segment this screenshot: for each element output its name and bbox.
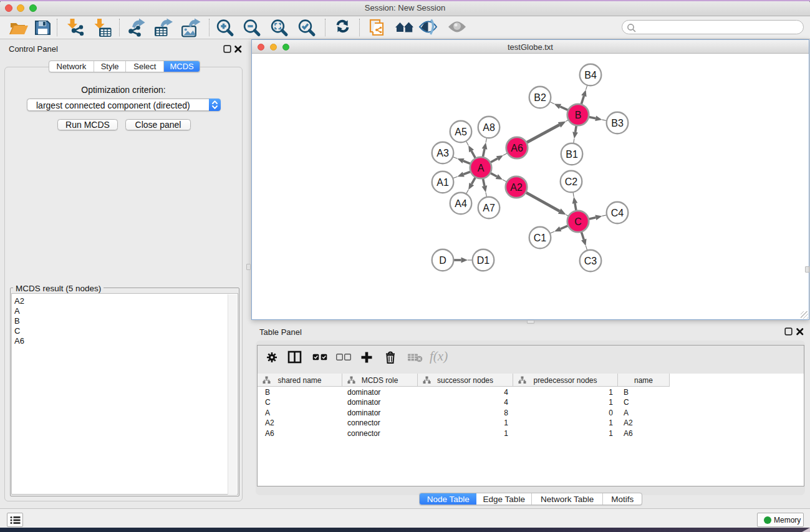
svg-text:D: D bbox=[439, 255, 446, 266]
svg-text:D1: D1 bbox=[477, 255, 490, 266]
svg-text:C1: C1 bbox=[534, 233, 547, 243]
svg-text:A6: A6 bbox=[511, 143, 523, 153]
svg-text:B2: B2 bbox=[534, 92, 546, 103]
svg-text:B4: B4 bbox=[584, 70, 597, 80]
svg-text:A: A bbox=[478, 163, 485, 173]
svg-text:C: C bbox=[574, 216, 582, 227]
svg-text:A5: A5 bbox=[455, 127, 467, 137]
svg-text:A4: A4 bbox=[455, 198, 467, 209]
svg-text:A3: A3 bbox=[436, 148, 449, 158]
svg-text:A1: A1 bbox=[436, 177, 449, 188]
svg-text:A2: A2 bbox=[510, 182, 523, 193]
svg-text:B1: B1 bbox=[566, 149, 578, 160]
svg-text:A7: A7 bbox=[483, 203, 495, 213]
svg-text:B: B bbox=[575, 110, 582, 120]
svg-text:C4: C4 bbox=[611, 208, 624, 218]
svg-text:B3: B3 bbox=[611, 118, 624, 128]
svg-text:C3: C3 bbox=[584, 256, 597, 266]
svg-text:C2: C2 bbox=[565, 177, 578, 187]
svg-text:A8: A8 bbox=[483, 122, 495, 133]
